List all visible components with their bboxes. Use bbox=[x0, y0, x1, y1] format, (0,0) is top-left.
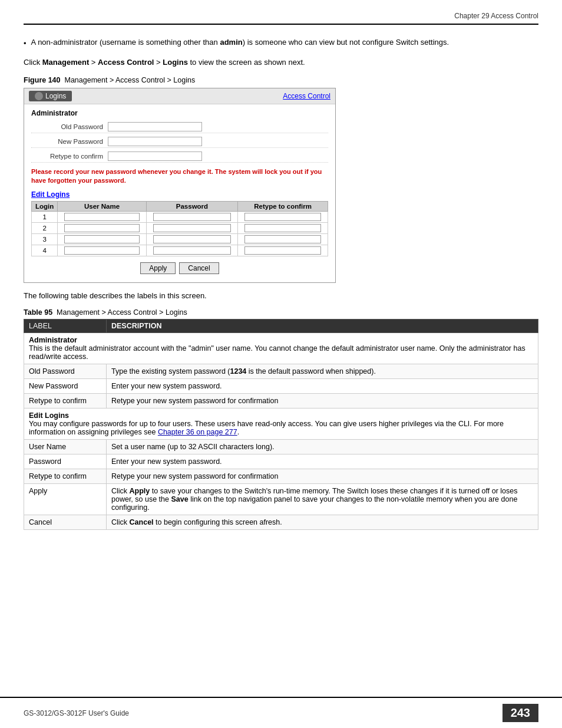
label-cell: Retype to confirm bbox=[24, 393, 107, 408]
chapter-link[interactable]: Chapter 36 on page 277 bbox=[158, 428, 237, 436]
bullet-dot: • bbox=[24, 38, 27, 50]
page-footer: GS-3012/GS-3012F User's Guide 243 bbox=[0, 697, 562, 728]
mockup-body: Administrator Old Password New Password … bbox=[24, 104, 335, 282]
admin-full-cell: Administrator This is the default admini… bbox=[24, 332, 538, 364]
new-password-row: New Password bbox=[31, 136, 328, 148]
label-cell: Cancel bbox=[24, 515, 107, 529]
label-cell: User Name bbox=[24, 439, 107, 454]
login-num: 4 bbox=[32, 245, 58, 256]
access-control-link[interactable]: Access Control bbox=[283, 92, 330, 100]
label-cell: New Password bbox=[24, 378, 107, 393]
login-num: 2 bbox=[32, 222, 58, 233]
password-input-2[interactable] bbox=[153, 224, 231, 232]
retype-cell bbox=[238, 233, 328, 245]
label-cell: Retype to confirm bbox=[24, 469, 107, 483]
label-cell: Apply bbox=[24, 483, 107, 515]
table-row: Apply Click Apply to save your changes t… bbox=[24, 483, 538, 515]
username-cell bbox=[58, 222, 146, 233]
click-instruction: Click Management > Access Control > Logi… bbox=[24, 57, 538, 68]
login-num: 3 bbox=[32, 233, 58, 245]
admin-section-title: Administrator bbox=[31, 109, 328, 117]
edit-logins-title: Edit Logins bbox=[31, 190, 328, 199]
desc-cell: Retype your new system password for conf… bbox=[107, 469, 538, 483]
username-input-1[interactable] bbox=[64, 213, 139, 221]
new-password-label: New Password bbox=[31, 138, 108, 145]
col-username: User Name bbox=[58, 201, 146, 211]
following-text: The following table describes the labels… bbox=[24, 291, 538, 300]
desc-cell: Click Cancel to begin configuring this s… bbox=[107, 515, 538, 529]
table-row: Edit Logins You may configure passwords … bbox=[24, 408, 538, 439]
username-input-3[interactable] bbox=[64, 235, 139, 243]
old-password-label: Old Password bbox=[31, 123, 108, 130]
table-label: Table 95 Management > Access Control > L… bbox=[24, 308, 538, 317]
mockup-title-bar: Logins Access Control bbox=[24, 88, 335, 104]
table-row: New Password Enter your new system passw… bbox=[24, 378, 538, 393]
password-cell bbox=[146, 233, 237, 245]
table-row: Cancel Click Cancel to begin configuring… bbox=[24, 515, 538, 529]
table-row: User Name Set a user name (up to 32 ASCI… bbox=[24, 439, 538, 454]
cancel-button[interactable]: Cancel bbox=[179, 262, 219, 274]
tab-icon bbox=[35, 92, 43, 100]
desc-cell: Enter your new system password. bbox=[107, 378, 538, 393]
apply-button[interactable]: Apply bbox=[140, 262, 176, 274]
username-cell bbox=[58, 245, 146, 256]
password-input-4[interactable] bbox=[153, 246, 231, 255]
screen-mockup: Logins Access Control Administrator Old … bbox=[24, 88, 336, 283]
footer-guide: GS-3012/GS-3012F User's Guide bbox=[24, 709, 129, 717]
retype-input-1[interactable] bbox=[244, 213, 320, 221]
retype-label: Retype to confirm bbox=[31, 153, 108, 160]
old-password-row: Old Password bbox=[31, 121, 328, 133]
table-row: 1 bbox=[32, 211, 328, 222]
logins-tab[interactable]: Logins bbox=[29, 91, 72, 101]
col-label-header: LABEL bbox=[24, 319, 107, 332]
login-num: 1 bbox=[32, 211, 58, 222]
password-input-3[interactable] bbox=[153, 235, 231, 243]
table-row: Retype to confirm Retype your new system… bbox=[24, 469, 538, 483]
col-password: Password bbox=[146, 201, 237, 211]
desc-cell: Enter your new system password. bbox=[107, 454, 538, 469]
retype-input-3[interactable] bbox=[244, 235, 320, 243]
table-row: Administrator This is the default admini… bbox=[24, 332, 538, 364]
password-cell bbox=[146, 245, 237, 256]
bullet-text: A non-administrator (username is somethi… bbox=[31, 37, 449, 48]
new-password-input[interactable] bbox=[108, 137, 202, 146]
old-password-input[interactable] bbox=[108, 122, 202, 131]
password-cell bbox=[146, 222, 237, 233]
username-input-4[interactable] bbox=[64, 246, 139, 255]
table-row: Old Password Type the existing system pa… bbox=[24, 364, 538, 378]
retype-input[interactable] bbox=[108, 151, 202, 161]
bullet-item: • A non-administrator (username is somet… bbox=[24, 37, 538, 50]
mockup-buttons: Apply Cancel bbox=[31, 256, 328, 278]
desc-cell: Type the existing system password (1234 … bbox=[107, 364, 538, 378]
edit-logins-full-cell: Edit Logins You may configure passwords … bbox=[24, 408, 538, 439]
mockup-warning: Please record your new password whenever… bbox=[31, 167, 328, 186]
label-cell: Old Password bbox=[24, 364, 107, 378]
retype-input-2[interactable] bbox=[244, 224, 320, 232]
bullet-paragraph: • A non-administrator (username is somet… bbox=[24, 37, 538, 50]
table-row: 2 bbox=[32, 222, 328, 233]
col-retype: Retype to confirm bbox=[238, 201, 328, 211]
username-cell bbox=[58, 211, 146, 222]
table-row: 3 bbox=[32, 233, 328, 245]
retype-cell bbox=[238, 211, 328, 222]
desc-table: LABEL DESCRIPTION Administrator This is … bbox=[24, 319, 538, 530]
table-row: 4 bbox=[32, 245, 328, 256]
page-header: Chapter 29 Access Control bbox=[24, 12, 538, 25]
username-cell bbox=[58, 233, 146, 245]
table-row: Password Enter your new system password. bbox=[24, 454, 538, 469]
desc-cell: Click Apply to save your changes to the … bbox=[107, 483, 538, 515]
table-row: Retype to confirm Retype your new system… bbox=[24, 393, 538, 408]
retype-input-4[interactable] bbox=[244, 246, 320, 255]
page-container: Chapter 29 Access Control • A non-admini… bbox=[0, 0, 562, 565]
figure-label: Figure 140 Management > Access Control >… bbox=[24, 76, 538, 84]
edit-logins-table: Login User Name Password Retype to confi… bbox=[31, 201, 328, 256]
desc-cell: Retype your new system password for conf… bbox=[107, 393, 538, 408]
username-input-2[interactable] bbox=[64, 224, 139, 232]
retype-cell bbox=[238, 222, 328, 233]
chapter-title: Chapter 29 Access Control bbox=[454, 12, 538, 20]
col-desc-header: DESCRIPTION bbox=[107, 319, 538, 332]
desc-cell: Set a user name (up to 32 ASCII characte… bbox=[107, 439, 538, 454]
page-number: 243 bbox=[503, 704, 538, 722]
col-login: Login bbox=[32, 201, 58, 211]
password-input-1[interactable] bbox=[153, 213, 231, 221]
